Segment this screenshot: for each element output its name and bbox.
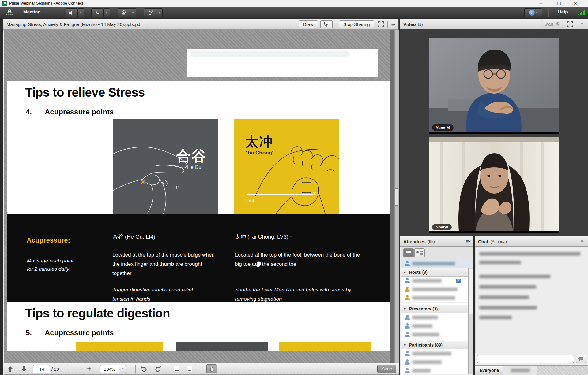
chat-pod-menu-icon[interactable]: ≡▾ bbox=[581, 240, 585, 243]
redacted-attendee-name bbox=[412, 369, 431, 373]
presenter-row[interactable] bbox=[401, 322, 469, 331]
host-row[interactable] bbox=[401, 285, 469, 294]
pan-tool-button[interactable] bbox=[206, 364, 217, 373]
presenter-row[interactable] bbox=[401, 330, 469, 339]
fit-page-button[interactable] bbox=[174, 365, 179, 373]
redo-button[interactable] bbox=[154, 365, 161, 373]
hosts-section-header[interactable]: ▼ Hosts (3) bbox=[401, 268, 469, 277]
connection-info-button[interactable]: i ▾ bbox=[524, 8, 542, 17]
pointer-tool-button[interactable] bbox=[320, 20, 333, 28]
taichong-english-label: 'Tai Chong' bbox=[246, 150, 273, 156]
host-row[interactable]: ☎ bbox=[401, 277, 469, 285]
adobe-connect-app-icon bbox=[2, 1, 7, 6]
stop-sharing-button[interactable]: Stop Sharing bbox=[339, 20, 374, 28]
fit-width-button[interactable] bbox=[187, 365, 192, 373]
redacted-chat-message bbox=[479, 275, 550, 278]
close-button[interactable]: ✕ bbox=[568, 0, 582, 7]
video-feed-yuan: Yuan M bbox=[429, 38, 559, 134]
next-page-button[interactable] bbox=[21, 365, 26, 373]
chat-message-input[interactable] bbox=[477, 355, 574, 363]
maximize-button[interactable]: ❐ bbox=[552, 0, 566, 7]
redacted-attendee-name bbox=[412, 333, 439, 336]
video-name-label: Sheryl bbox=[432, 224, 452, 230]
send-message-button[interactable] bbox=[576, 355, 586, 363]
redacted-chat-message bbox=[479, 316, 512, 319]
video-pod: Video (2) Start ≡▾ bbox=[400, 19, 588, 236]
collapse-triangle-icon: ▼ bbox=[403, 343, 406, 347]
shared-document-title: Managing Stress, Anxiety & Fatigue (Mizu… bbox=[6, 22, 141, 27]
speaker-button[interactable] bbox=[66, 8, 78, 17]
taichong-text-title: 太冲 (Tai Chong, LV3) - bbox=[235, 232, 292, 241]
taichong-callout-line bbox=[247, 158, 247, 194]
sync-button[interactable]: Sync bbox=[377, 365, 396, 373]
redacted-chat-message bbox=[479, 261, 521, 264]
share-pod-menu-icon[interactable]: ≡▾ bbox=[391, 23, 395, 26]
taichong-chinese-label: 太冲 bbox=[245, 133, 273, 151]
previous-slide-partial bbox=[187, 49, 378, 77]
taichong-benefit-line1: Soothe the Liver Meridian and helps with… bbox=[235, 285, 370, 295]
toolbar-separator bbox=[69, 365, 69, 373]
selected-attendee-row[interactable] bbox=[401, 259, 473, 268]
previous-slide-strip bbox=[191, 51, 349, 57]
minimize-button[interactable]: ─ bbox=[534, 0, 548, 7]
fullscreen-icon[interactable] bbox=[378, 21, 384, 27]
host-row[interactable] bbox=[401, 294, 469, 303]
draw-button[interactable]: Draw bbox=[299, 20, 318, 28]
participant-row[interactable] bbox=[401, 358, 469, 367]
speaker-dropdown[interactable]: ▾ bbox=[77, 8, 84, 17]
hegu-callout-line bbox=[179, 171, 179, 182]
redacted-attendee-name bbox=[412, 279, 442, 283]
participants-section-header[interactable]: ▼ Participants (89) bbox=[401, 341, 469, 349]
toolbar-separator bbox=[169, 365, 169, 373]
presenter-row[interactable] bbox=[401, 313, 469, 322]
attendees-scrollbar-thumb[interactable] bbox=[469, 269, 473, 314]
page-number-input[interactable] bbox=[33, 365, 50, 373]
raise-hand-button[interactable] bbox=[144, 8, 156, 17]
presenters-section-header[interactable]: ▼ Presenters (3) bbox=[401, 305, 469, 313]
telephone-button[interactable] bbox=[91, 8, 104, 17]
previous-page-button[interactable] bbox=[8, 365, 13, 373]
slide-item4-number: 4. bbox=[26, 108, 32, 116]
presenter-person-icon bbox=[405, 323, 410, 329]
webcam-button[interactable] bbox=[118, 8, 130, 17]
zoom-in-button[interactable]: + bbox=[87, 365, 91, 373]
participant-row[interactable] bbox=[401, 349, 469, 358]
participant-row[interactable] bbox=[401, 366, 469, 374]
zoom-out-button[interactable]: − bbox=[74, 365, 78, 373]
menu-help[interactable]: Help bbox=[558, 9, 568, 14]
header-separator bbox=[577, 20, 577, 28]
chat-tab-everyone[interactable]: Everyone bbox=[475, 366, 503, 375]
attendees-pod-body: ▼ Hosts (3) ☎ ▼ Presenters (3) bbox=[401, 247, 473, 374]
webcam-dropdown[interactable]: ▾ bbox=[130, 8, 136, 17]
chat-pod-body: Everyone bbox=[475, 247, 588, 374]
video-pod-menu-icon[interactable]: ≡▾ bbox=[581, 23, 585, 26]
video-fullscreen-icon[interactable] bbox=[567, 21, 573, 27]
info-icon: i bbox=[529, 10, 535, 16]
attendees-pod-header: Attendees (95) ≡▾ bbox=[400, 236, 473, 247]
attendees-pod-title: Attendees bbox=[403, 239, 426, 244]
chat-bubble-icon bbox=[578, 357, 583, 360]
redacted-chat-message bbox=[479, 306, 537, 310]
attendees-view-toolbar bbox=[401, 247, 473, 260]
attendee-list-view-button[interactable] bbox=[403, 248, 414, 257]
menu-meeting[interactable]: Meeting bbox=[23, 9, 41, 14]
raise-hand-dropdown[interactable]: ▾ bbox=[156, 8, 163, 17]
start-webcam-button[interactable]: Start bbox=[541, 20, 564, 28]
undo-icon bbox=[141, 366, 148, 372]
slide-title-digestion: Tips to regulate digestion bbox=[25, 306, 170, 320]
video-count: (2) bbox=[418, 22, 423, 27]
zoom-level-dropdown[interactable]: ▾ bbox=[119, 365, 126, 373]
attendee-status-view-button[interactable] bbox=[414, 248, 425, 257]
telephone-dropdown[interactable]: ▾ bbox=[103, 8, 110, 17]
undo-button[interactable] bbox=[141, 365, 148, 373]
toolbar-separator bbox=[202, 365, 202, 373]
taichong-point-marker: ✕ bbox=[312, 191, 317, 197]
slide-black-band: Acupressure: Massage each point for 2 mi… bbox=[7, 214, 390, 302]
chat-tab-private[interactable] bbox=[503, 366, 537, 375]
attendees-pod: Attendees (95) ≡▾ ▼ Hosts (3) ☎ bbox=[400, 236, 473, 375]
chat-scope-label: (Ananda) bbox=[490, 239, 507, 244]
attendees-count: (95) bbox=[428, 239, 435, 244]
collapse-triangle-icon: ▼ bbox=[403, 271, 406, 274]
share-scrollbar-thumb[interactable] bbox=[395, 188, 398, 206]
attendees-pod-menu-icon[interactable]: ≡▾ bbox=[466, 240, 470, 243]
